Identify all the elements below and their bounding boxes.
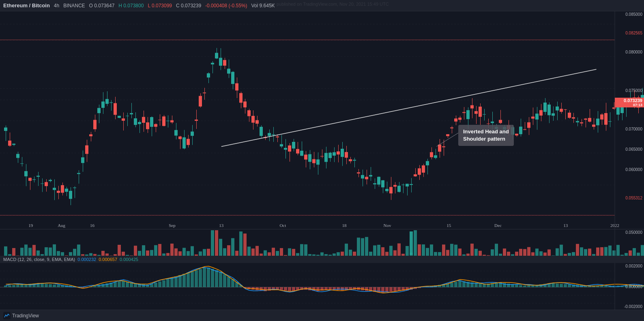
price-label-065: 0.065000: [615, 147, 644, 152]
macd-scale-bot: -0.002000: [615, 304, 644, 309]
ohlc-open: O 0.073647: [89, 3, 115, 9]
exchange: BINANCE: [63, 3, 85, 9]
chart-header: Ethereum / Bitcoin 4h BINANCE O 0.073647…: [0, 0, 644, 11]
main-canvas: [0, 11, 644, 229]
chart-container: CoinGape published on TradingView.com, N…: [0, 0, 644, 321]
tradingview-logo: TradingView: [3, 312, 39, 319]
macd-scale-mid: 0.000000: [615, 284, 644, 289]
footer: TradingView: [0, 310, 644, 321]
trading-pair: Ethereum / Bitcoin: [3, 2, 50, 9]
volume-panel: 0.050000: [0, 229, 644, 256]
time-scale: [0, 220, 615, 229]
macd-canvas: [0, 263, 644, 310]
macd-hist: 0.000425: [120, 257, 138, 262]
timeframe: 4h: [54, 3, 59, 9]
ohlc-high: H 0.073800: [118, 3, 144, 9]
volume-display: Vol 9.645K: [251, 3, 275, 9]
price-label-075: 0.075000: [615, 88, 644, 93]
volume-canvas: [0, 229, 644, 256]
macd-label: MACD (12, 26, close, 9, EMA, EMA): [3, 257, 75, 262]
price-change: -0.000408 (-0.55%): [205, 3, 247, 9]
macd-panel: 0.002000 0.000000 -0.002000: [0, 263, 644, 310]
macd-signal: 0.000657: [99, 257, 117, 262]
price-label-085: 0.085000: [615, 12, 644, 17]
price-label-055312: 0.055312: [615, 196, 644, 200]
current-price-badge: 0.073239 07:13: [615, 98, 644, 107]
footer-logo-text: TradingView: [12, 313, 39, 319]
annotation-text: Inverted Head and Shoulder pattern: [463, 128, 509, 142]
ohlc-close: C 0.073239: [176, 3, 201, 9]
price-label-080: 0.080000: [615, 50, 644, 54]
volume-scale-top: 0.050000: [615, 230, 644, 235]
macd-scale-top: 0.002000: [615, 264, 644, 268]
ohlc-low: L 0.073099: [148, 3, 172, 9]
tv-logo-icon: [3, 312, 11, 319]
price-label-060: 0.060000: [615, 167, 644, 172]
main-chart: 0.085000 0.082565 0.080000 0.075000 0.07…: [0, 11, 644, 229]
price-label-082565: 0.082565: [615, 31, 644, 35]
macd-value: 0.000232: [77, 257, 96, 262]
price-label-070: 0.070000: [615, 127, 644, 131]
macd-header: MACD (12, 26, close, 9, EMA, EMA) 0.0002…: [0, 256, 644, 263]
pattern-annotation: Inverted Head and Shoulder pattern: [458, 125, 514, 146]
